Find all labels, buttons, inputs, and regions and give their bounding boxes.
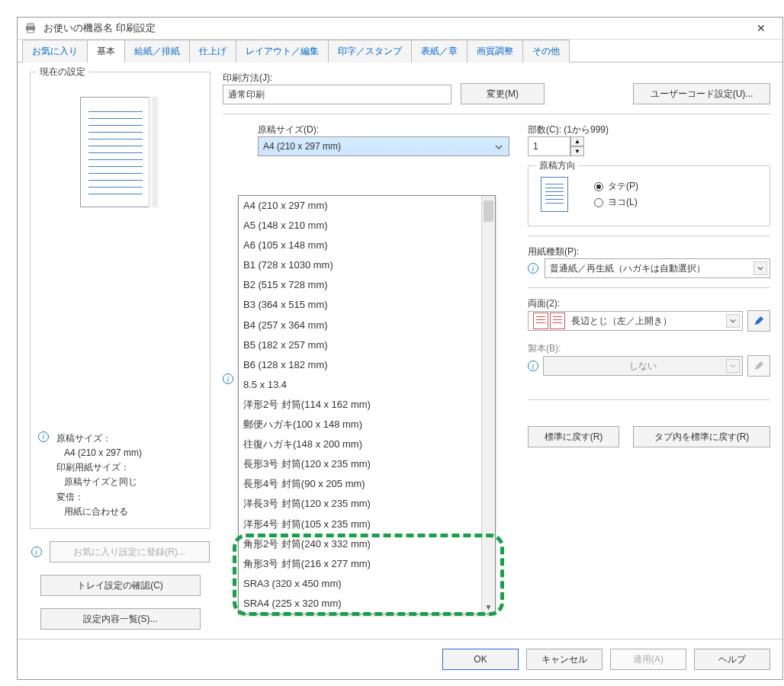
- doc-size-option[interactable]: 郵便ハガキ(100 x 148 mm): [239, 415, 481, 434]
- svg-rect-2: [27, 30, 34, 33]
- duplex-label: 両面(2):: [528, 297, 770, 310]
- booklet-edit-button: [747, 355, 770, 377]
- tab-layout[interactable]: レイアウト／編集: [236, 40, 329, 63]
- doc-size-selected: A4 (210 x 297 mm): [263, 141, 341, 152]
- duplex-value: 長辺とじ（左／上開き）: [571, 315, 672, 328]
- ok-button[interactable]: OK: [442, 649, 519, 670]
- paper-type-select[interactable]: 普通紙／再生紙（ハガキは自動選択）: [545, 258, 770, 278]
- right-pane: 印刷方法(J): 通常印刷 変更(M) ユーザーコード設定(U)... i: [223, 72, 770, 630]
- restore-defaults-button[interactable]: 標準に戻す(R): [528, 426, 619, 447]
- restore-tab-defaults-button[interactable]: タブ内を標準に戻す(R): [633, 426, 770, 447]
- info-icon: i: [528, 263, 538, 274]
- copies-down-button[interactable]: ▼: [570, 146, 584, 156]
- current-settings-group: 現在の設定 i 原稿サイズ： A4 (210 x 297 mm) 印刷用紙サイズ…: [30, 72, 210, 529]
- info-scale-label: 変倍：: [56, 490, 142, 505]
- dialog-body: 現在の設定 i 原稿サイズ： A4 (210 x 297 mm) 印刷用紙サイズ…: [18, 63, 782, 639]
- doc-size-option[interactable]: 長形4号 封筒(90 x 205 mm): [239, 474, 481, 494]
- doc-size-option[interactable]: 角形2号 封筒(240 x 332 mm): [239, 534, 481, 554]
- titlebar: お使いの機器名 印刷設定 ✕: [18, 18, 782, 40]
- tab-paper[interactable]: 給紙／排紙: [124, 40, 190, 63]
- duplex-edit-button[interactable]: [747, 310, 770, 332]
- doc-size-option[interactable]: 往復ハガキ(148 x 200 mm): [239, 434, 481, 454]
- info-scale-value: 用紙に合わせる: [64, 505, 142, 519]
- print-settings-window: お使いの機器名 印刷設定 ✕ お気に入り 基本 給紙／排紙 仕上げ レイアウト／…: [17, 17, 783, 680]
- copies-spinner[interactable]: 1 ▲ ▼: [528, 136, 770, 156]
- orientation-preview-icon: [541, 177, 568, 212]
- doc-size-option[interactable]: SRA4 (225 x 320 mm): [239, 594, 481, 614]
- register-favorite-button[interactable]: お気に入り設定に登録(R)...: [50, 541, 210, 563]
- info-papersize-value: 原稿サイズと同じ: [64, 475, 142, 489]
- svg-rect-1: [27, 24, 34, 27]
- tab-other[interactable]: その他: [522, 40, 570, 63]
- scrollbar[interactable]: ▲ ▼: [481, 196, 495, 614]
- radio-unchecked-icon: [594, 198, 603, 207]
- doc-size-dropdown-list[interactable]: A4 (210 x 297 mm)A5 (148 x 210 mm)A6 (10…: [238, 195, 496, 614]
- booklet-label: 製本(B):: [528, 342, 770, 355]
- doc-size-option[interactable]: A6 (105 x 148 mm): [239, 236, 481, 255]
- change-button[interactable]: 変更(M): [461, 83, 545, 104]
- left-pane: 現在の設定 i 原稿サイズ： A4 (210 x 297 mm) 印刷用紙サイズ…: [30, 72, 210, 630]
- copies-value: 1: [533, 141, 538, 152]
- doc-size-option[interactable]: B4 (257 x 364 mm): [239, 316, 481, 335]
- tab-quality[interactable]: 画質調整: [467, 40, 523, 63]
- paper-type-label: 用紙種類(P):: [528, 245, 770, 258]
- preview-info: 原稿サイズ： A4 (210 x 297 mm) 印刷用紙サイズ： 原稿サイズと…: [53, 431, 142, 519]
- doc-size-option[interactable]: A4 (210 x 297 mm): [239, 196, 481, 216]
- tab-favorites[interactable]: お気に入り: [22, 40, 88, 63]
- doc-size-option[interactable]: B5 (182 x 257 mm): [239, 335, 481, 355]
- help-button[interactable]: ヘルプ: [694, 649, 770, 670]
- restore-defaults-label: 標準に戻す(R): [545, 431, 603, 444]
- current-settings-legend: 現在の設定: [37, 66, 88, 79]
- tray-check-button[interactable]: トレイ設定の確認(C): [40, 575, 201, 596]
- doc-size-option[interactable]: A5 (148 x 210 mm): [239, 216, 481, 236]
- chevron-down-icon: [492, 140, 506, 154]
- settings-list-button[interactable]: 設定内容一覧(S)...: [40, 608, 201, 630]
- doc-size-label: 原稿サイズ(D):: [258, 123, 509, 136]
- tab-finish[interactable]: 仕上げ: [189, 40, 236, 63]
- chevron-down-icon: [726, 359, 740, 373]
- scroll-down-icon[interactable]: ▼: [482, 600, 495, 614]
- doc-size-option[interactable]: B2 (515 x 728 mm): [239, 275, 481, 295]
- print-method-value: 通常印刷: [228, 88, 265, 101]
- restore-tab-defaults-label: タブ内を標準に戻す(R): [654, 431, 750, 444]
- booklet-value: しない: [629, 360, 657, 373]
- tab-stamp[interactable]: 印字／スタンプ: [328, 40, 412, 63]
- close-button[interactable]: ✕: [746, 18, 776, 39]
- doc-size-option[interactable]: 長形3号 封筒(120 x 235 mm): [239, 454, 481, 474]
- print-method-field: 通常印刷: [223, 85, 451, 104]
- cancel-button[interactable]: キャンセル: [526, 649, 602, 670]
- info-icon: i: [223, 373, 233, 384]
- orientation-portrait-radio[interactable]: タテ(P): [594, 180, 638, 193]
- chevron-down-icon: [753, 261, 767, 275]
- duplex-select[interactable]: 長辺とじ（左／上開き）: [528, 311, 743, 331]
- user-code-button[interactable]: ユーザーコード設定(U)...: [633, 83, 770, 104]
- info-icon: i: [38, 431, 49, 442]
- window-title: お使いの機器名 印刷設定: [43, 21, 746, 35]
- apply-button[interactable]: 適用(A): [610, 649, 686, 670]
- dialog-button-bar: OK キャンセル 適用(A) ヘルプ: [18, 639, 782, 679]
- info-icon: i: [31, 547, 42, 557]
- copies-label: 部数(C): (1から999): [528, 123, 770, 136]
- doc-size-option[interactable]: B1 (728 x 1030 mm): [239, 255, 481, 275]
- doc-size-option[interactable]: 8.5 x 13.4: [239, 375, 481, 395]
- doc-size-select[interactable]: A4 (210 x 297 mm): [258, 136, 509, 156]
- orientation-legend: 原稿方向: [536, 159, 579, 172]
- doc-size-option[interactable]: 洋形4号 封筒(105 x 235 mm): [239, 514, 481, 534]
- doc-size-option[interactable]: B3 (364 x 515 mm): [239, 295, 481, 315]
- radio-checked-icon: [594, 182, 603, 191]
- scroll-thumb[interactable]: [484, 200, 493, 222]
- copies-up-button[interactable]: ▲: [570, 136, 584, 146]
- doc-size-option[interactable]: 洋形2号 封筒(114 x 162 mm): [239, 395, 481, 415]
- doc-size-option[interactable]: SRA3 (320 x 450 mm): [239, 574, 481, 594]
- doc-size-option[interactable]: B6 (128 x 182 mm): [239, 355, 481, 375]
- tab-bar: お気に入り 基本 給紙／排紙 仕上げ レイアウト／編集 印字／スタンプ 表紙／章…: [18, 40, 782, 63]
- duplex-icon: [533, 313, 565, 329]
- info-docsize-value: A4 (210 x 297 mm): [64, 446, 142, 460]
- orientation-landscape-label: ヨコ(L): [608, 196, 638, 209]
- tab-basic[interactable]: 基本: [87, 40, 125, 63]
- doc-size-option[interactable]: 洋長3号 封筒(120 x 235 mm): [239, 494, 481, 514]
- tab-cover[interactable]: 表紙／章: [411, 40, 468, 63]
- doc-size-option[interactable]: 角形3号 封筒(216 x 277 mm): [239, 554, 481, 574]
- info-icon: i: [528, 361, 538, 371]
- orientation-landscape-radio[interactable]: ヨコ(L): [594, 196, 638, 209]
